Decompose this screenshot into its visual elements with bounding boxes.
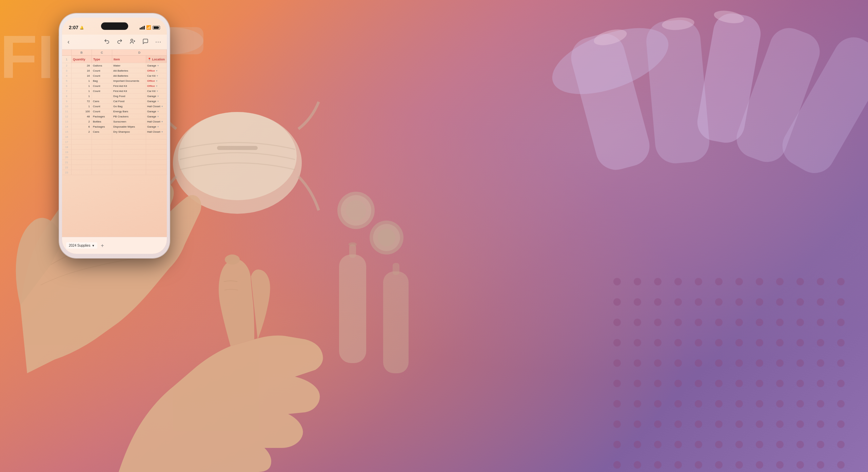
table-row[interactable]: 4 16 Count AA Batteries Car Kit▼ [62,73,167,78]
undo-button[interactable] [102,37,111,47]
cell-quantity[interactable] [72,155,92,159]
cell-item[interactable]: Sunscreen [112,119,146,124]
cell-type[interactable]: Packages [92,124,112,129]
table-row[interactable]: 17 [62,139,167,145]
table-row[interactable]: 15 2 Cans Dry Shampoo Hall Closet▼ [62,129,167,134]
cell-item[interactable]: First Aid Kit [112,83,146,88]
cell-type[interactable] [92,94,112,98]
cell-quantity[interactable]: 1 [72,89,92,93]
cell-location[interactable]: Hall Closet▼ [146,119,167,124]
cell-item[interactable]: Dog Food [112,94,146,98]
cell-location[interactable]: Garage▼ [146,94,167,98]
cell-location[interactable]: Hall Closet▼ [146,104,167,109]
cell-location[interactable]: Car Kit▼ [146,89,167,93]
cell-item[interactable]: Disposable Wipes [112,124,146,129]
cell-type[interactable]: Cans [92,99,112,103]
table-row[interactable]: 20 [62,155,167,160]
cell-quantity[interactable]: 1 [72,94,92,98]
cell-location[interactable] [146,145,167,149]
more-options-button[interactable]: ··· [154,37,163,47]
cell-item[interactable] [112,150,146,154]
table-row[interactable]: 11 100 Count Energy Bars Garage▼ [62,109,167,114]
cell-item[interactable]: Cat Food [112,99,146,103]
cell-location[interactable]: Office▼ [146,78,167,83]
cell-location[interactable] [146,155,167,159]
cell-location[interactable]: Garage▼ [146,124,167,129]
cell-quantity[interactable] [72,139,92,144]
cell-location[interactable]: Office▼ [146,68,167,73]
cell-quantity[interactable]: 16 [72,73,92,78]
cell-location[interactable] [146,170,167,175]
cell-item[interactable] [112,145,146,149]
cell-item[interactable]: Water [112,63,146,68]
cell-quantity[interactable] [72,134,92,139]
cell-quantity[interactable]: 6 [72,124,92,129]
table-row[interactable]: 22 [62,165,167,170]
cell-location[interactable]: Car Kit▼ [146,73,167,78]
add-collaborator-button[interactable] [128,37,137,47]
cell-type[interactable]: Count [92,68,112,73]
cell-item[interactable] [112,170,146,175]
table-row[interactable]: 5 1 Bag Important Documents Office▼ [62,78,167,83]
cell-location[interactable]: Office▼ [146,83,167,88]
cell-type[interactable]: Count [92,73,112,78]
cell-quantity[interactable]: 100 [72,109,92,114]
cell-quantity[interactable]: 2 [72,119,92,124]
cell-quantity[interactable] [72,150,92,154]
table-row[interactable]: 13 2 Bottles Sunscreen Hall Closet▼ [62,119,167,124]
cell-type[interactable]: Count [92,104,112,109]
cell-quantity[interactable]: 1 [72,104,92,109]
cell-type[interactable]: Cans [92,129,112,134]
table-row[interactable]: 9 72 Cans Cat Food Garage▼ [62,99,167,104]
cell-item[interactable] [112,134,146,139]
cell-type[interactable] [92,145,112,149]
cell-location[interactable] [146,139,167,144]
cell-type[interactable]: Count [92,109,112,114]
cell-item[interactable]: PB Crackers [112,114,146,119]
cell-location[interactable] [146,160,167,165]
table-row[interactable]: 3 16 Count AA Batteries Office▼ [62,68,167,73]
cell-item[interactable] [112,139,146,144]
cell-location[interactable]: Garage▼ [146,99,167,103]
table-row[interactable]: 12 48 Packages PB Crackers Garage▼ [62,114,167,119]
comment-button[interactable] [141,37,150,47]
cell-quantity[interactable] [72,160,92,165]
cell-quantity[interactable] [72,145,92,149]
add-sheet-button[interactable]: + [101,243,104,249]
cell-type[interactable] [92,170,112,175]
cell-location[interactable]: Garage▼ [146,63,167,68]
table-row[interactable]: 18 [62,145,167,150]
cell-quantity[interactable]: 48 [72,114,92,119]
cell-item[interactable] [112,165,146,170]
cell-location[interactable]: Garage▼ [146,114,167,119]
cell-type[interactable] [92,134,112,139]
cell-location[interactable]: Hall Closet▼ [146,129,167,134]
table-row[interactable]: 21 [62,160,167,165]
cell-location[interactable] [146,134,167,139]
cell-item[interactable]: AA Batteries [112,68,146,73]
table-row[interactable]: 2 28 Gallons Water Garage▼ [62,63,167,68]
cell-item[interactable] [112,155,146,159]
cell-location[interactable]: Garage▼ [146,109,167,114]
cell-type[interactable]: Gallons [92,63,112,68]
cell-type[interactable]: Count [92,83,112,88]
cell-item[interactable]: AA Batteries [112,73,146,78]
table-row[interactable]: 10 1 Count Go Bag Hall Closet▼ [62,104,167,109]
cell-item[interactable]: Dry Shampoo [112,129,146,134]
sheet-dropdown-icon[interactable]: ▼ [92,244,95,247]
cell-item[interactable]: Important Documents [112,78,146,83]
cell-location[interactable] [146,165,167,170]
cell-quantity[interactable]: 1 [72,83,92,88]
cell-quantity[interactable]: 72 [72,99,92,103]
cell-type[interactable] [92,165,112,170]
cell-quantity[interactable] [72,165,92,170]
cell-type[interactable] [92,160,112,165]
cell-type[interactable] [92,155,112,159]
cell-quantity[interactable]: 28 [72,63,92,68]
table-row[interactable]: 16 [62,134,167,139]
table-row[interactable]: 8 1 Dog Food Garage▼ [62,94,167,99]
cell-item[interactable]: Energy Bars [112,109,146,114]
back-button[interactable]: ‹ [66,37,71,47]
cell-quantity[interactable] [72,170,92,175]
cell-quantity[interactable]: 1 [72,78,92,83]
